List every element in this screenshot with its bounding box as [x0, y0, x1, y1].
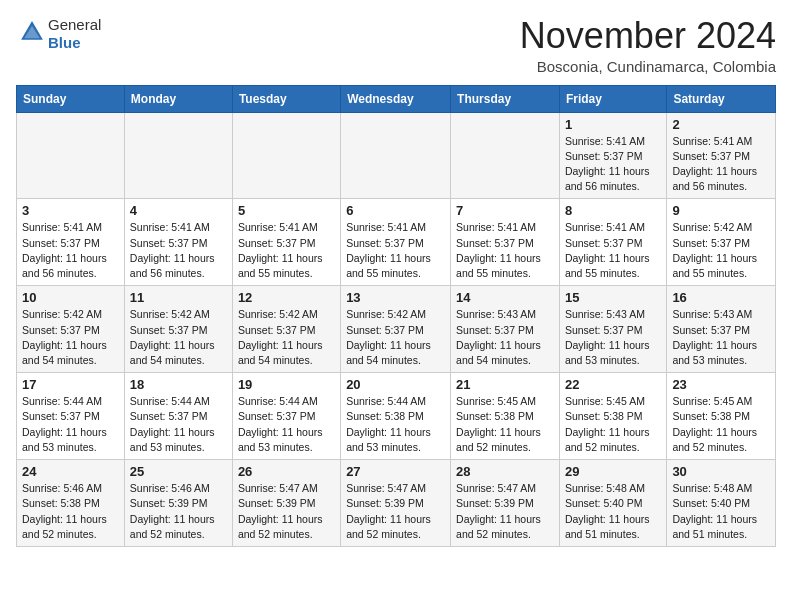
day-number: 1: [565, 117, 661, 132]
calendar-cell: 27Sunrise: 5:47 AMSunset: 5:39 PMDayligh…: [341, 460, 451, 547]
location: Bosconia, Cundinamarca, Colombia: [520, 58, 776, 75]
day-info: Sunrise: 5:41 AMSunset: 5:37 PMDaylight:…: [238, 220, 335, 281]
day-info: Sunrise: 5:42 AMSunset: 5:37 PMDaylight:…: [672, 220, 770, 281]
calendar-dow-friday: Friday: [559, 85, 666, 112]
day-info: Sunrise: 5:42 AMSunset: 5:37 PMDaylight:…: [22, 307, 119, 368]
day-number: 7: [456, 203, 554, 218]
day-number: 10: [22, 290, 119, 305]
title-block: November 2024 Bosconia, Cundinamarca, Co…: [520, 16, 776, 75]
day-info: Sunrise: 5:47 AMSunset: 5:39 PMDaylight:…: [456, 481, 554, 542]
calendar-cell: 23Sunrise: 5:45 AMSunset: 5:38 PMDayligh…: [667, 373, 776, 460]
day-number: 24: [22, 464, 119, 479]
page: General Blue November 2024 Bosconia, Cun…: [0, 0, 792, 563]
day-info: Sunrise: 5:42 AMSunset: 5:37 PMDaylight:…: [238, 307, 335, 368]
calendar-week-row: 17Sunrise: 5:44 AMSunset: 5:37 PMDayligh…: [17, 373, 776, 460]
calendar-cell: 21Sunrise: 5:45 AMSunset: 5:38 PMDayligh…: [451, 373, 560, 460]
month-title: November 2024: [520, 16, 776, 56]
calendar-cell: 24Sunrise: 5:46 AMSunset: 5:38 PMDayligh…: [17, 460, 125, 547]
day-info: Sunrise: 5:41 AMSunset: 5:37 PMDaylight:…: [130, 220, 227, 281]
calendar-cell: 13Sunrise: 5:42 AMSunset: 5:37 PMDayligh…: [341, 286, 451, 373]
calendar-cell: [124, 112, 232, 199]
day-info: Sunrise: 5:46 AMSunset: 5:39 PMDaylight:…: [130, 481, 227, 542]
calendar-dow-wednesday: Wednesday: [341, 85, 451, 112]
day-number: 17: [22, 377, 119, 392]
calendar-cell: 19Sunrise: 5:44 AMSunset: 5:37 PMDayligh…: [232, 373, 340, 460]
calendar-cell: 26Sunrise: 5:47 AMSunset: 5:39 PMDayligh…: [232, 460, 340, 547]
calendar-dow-tuesday: Tuesday: [232, 85, 340, 112]
calendar-cell: 22Sunrise: 5:45 AMSunset: 5:38 PMDayligh…: [559, 373, 666, 460]
calendar-cell: [17, 112, 125, 199]
day-info: Sunrise: 5:47 AMSunset: 5:39 PMDaylight:…: [346, 481, 445, 542]
day-number: 27: [346, 464, 445, 479]
day-number: 26: [238, 464, 335, 479]
day-info: Sunrise: 5:43 AMSunset: 5:37 PMDaylight:…: [456, 307, 554, 368]
calendar-cell: 25Sunrise: 5:46 AMSunset: 5:39 PMDayligh…: [124, 460, 232, 547]
day-info: Sunrise: 5:48 AMSunset: 5:40 PMDaylight:…: [672, 481, 770, 542]
day-number: 14: [456, 290, 554, 305]
day-number: 22: [565, 377, 661, 392]
calendar-week-row: 3Sunrise: 5:41 AMSunset: 5:37 PMDaylight…: [17, 199, 776, 286]
day-number: 15: [565, 290, 661, 305]
logo: General Blue: [16, 16, 101, 52]
day-info: Sunrise: 5:41 AMSunset: 5:37 PMDaylight:…: [565, 220, 661, 281]
calendar-dow-thursday: Thursday: [451, 85, 560, 112]
calendar-cell: 15Sunrise: 5:43 AMSunset: 5:37 PMDayligh…: [559, 286, 666, 373]
day-number: 28: [456, 464, 554, 479]
day-info: Sunrise: 5:41 AMSunset: 5:37 PMDaylight:…: [346, 220, 445, 281]
day-info: Sunrise: 5:43 AMSunset: 5:37 PMDaylight:…: [565, 307, 661, 368]
calendar-cell: 1Sunrise: 5:41 AMSunset: 5:37 PMDaylight…: [559, 112, 666, 199]
calendar-table: SundayMondayTuesdayWednesdayThursdayFrid…: [16, 85, 776, 547]
calendar-week-row: 1Sunrise: 5:41 AMSunset: 5:37 PMDaylight…: [17, 112, 776, 199]
calendar-cell: 8Sunrise: 5:41 AMSunset: 5:37 PMDaylight…: [559, 199, 666, 286]
calendar-cell: [451, 112, 560, 199]
calendar-cell: 11Sunrise: 5:42 AMSunset: 5:37 PMDayligh…: [124, 286, 232, 373]
calendar-cell: 29Sunrise: 5:48 AMSunset: 5:40 PMDayligh…: [559, 460, 666, 547]
day-info: Sunrise: 5:41 AMSunset: 5:37 PMDaylight:…: [565, 134, 661, 195]
day-info: Sunrise: 5:42 AMSunset: 5:37 PMDaylight:…: [130, 307, 227, 368]
day-info: Sunrise: 5:44 AMSunset: 5:37 PMDaylight:…: [22, 394, 119, 455]
calendar-cell: 14Sunrise: 5:43 AMSunset: 5:37 PMDayligh…: [451, 286, 560, 373]
logo-blue: Blue: [48, 34, 81, 51]
day-info: Sunrise: 5:44 AMSunset: 5:37 PMDaylight:…: [130, 394, 227, 455]
day-number: 20: [346, 377, 445, 392]
calendar-week-row: 24Sunrise: 5:46 AMSunset: 5:38 PMDayligh…: [17, 460, 776, 547]
calendar-cell: 18Sunrise: 5:44 AMSunset: 5:37 PMDayligh…: [124, 373, 232, 460]
day-number: 4: [130, 203, 227, 218]
day-number: 8: [565, 203, 661, 218]
day-number: 3: [22, 203, 119, 218]
day-info: Sunrise: 5:45 AMSunset: 5:38 PMDaylight:…: [565, 394, 661, 455]
day-number: 29: [565, 464, 661, 479]
calendar-week-row: 10Sunrise: 5:42 AMSunset: 5:37 PMDayligh…: [17, 286, 776, 373]
day-number: 5: [238, 203, 335, 218]
calendar-header-row: SundayMondayTuesdayWednesdayThursdayFrid…: [17, 85, 776, 112]
calendar-dow-saturday: Saturday: [667, 85, 776, 112]
day-number: 23: [672, 377, 770, 392]
calendar-cell: 5Sunrise: 5:41 AMSunset: 5:37 PMDaylight…: [232, 199, 340, 286]
day-info: Sunrise: 5:48 AMSunset: 5:40 PMDaylight:…: [565, 481, 661, 542]
day-number: 9: [672, 203, 770, 218]
day-info: Sunrise: 5:45 AMSunset: 5:38 PMDaylight:…: [456, 394, 554, 455]
day-number: 13: [346, 290, 445, 305]
day-info: Sunrise: 5:44 AMSunset: 5:37 PMDaylight:…: [238, 394, 335, 455]
day-number: 21: [456, 377, 554, 392]
day-info: Sunrise: 5:41 AMSunset: 5:37 PMDaylight:…: [22, 220, 119, 281]
day-number: 11: [130, 290, 227, 305]
calendar-cell: 12Sunrise: 5:42 AMSunset: 5:37 PMDayligh…: [232, 286, 340, 373]
day-info: Sunrise: 5:41 AMSunset: 5:37 PMDaylight:…: [456, 220, 554, 281]
day-info: Sunrise: 5:41 AMSunset: 5:37 PMDaylight:…: [672, 134, 770, 195]
day-number: 16: [672, 290, 770, 305]
calendar-cell: 20Sunrise: 5:44 AMSunset: 5:38 PMDayligh…: [341, 373, 451, 460]
day-number: 25: [130, 464, 227, 479]
logo-icon: [18, 18, 46, 46]
calendar-cell: 16Sunrise: 5:43 AMSunset: 5:37 PMDayligh…: [667, 286, 776, 373]
day-info: Sunrise: 5:46 AMSunset: 5:38 PMDaylight:…: [22, 481, 119, 542]
calendar-cell: 17Sunrise: 5:44 AMSunset: 5:37 PMDayligh…: [17, 373, 125, 460]
day-number: 18: [130, 377, 227, 392]
calendar-cell: 28Sunrise: 5:47 AMSunset: 5:39 PMDayligh…: [451, 460, 560, 547]
day-info: Sunrise: 5:42 AMSunset: 5:37 PMDaylight:…: [346, 307, 445, 368]
day-number: 12: [238, 290, 335, 305]
day-number: 6: [346, 203, 445, 218]
logo-general: General: [48, 16, 101, 33]
day-number: 30: [672, 464, 770, 479]
calendar-cell: 2Sunrise: 5:41 AMSunset: 5:37 PMDaylight…: [667, 112, 776, 199]
